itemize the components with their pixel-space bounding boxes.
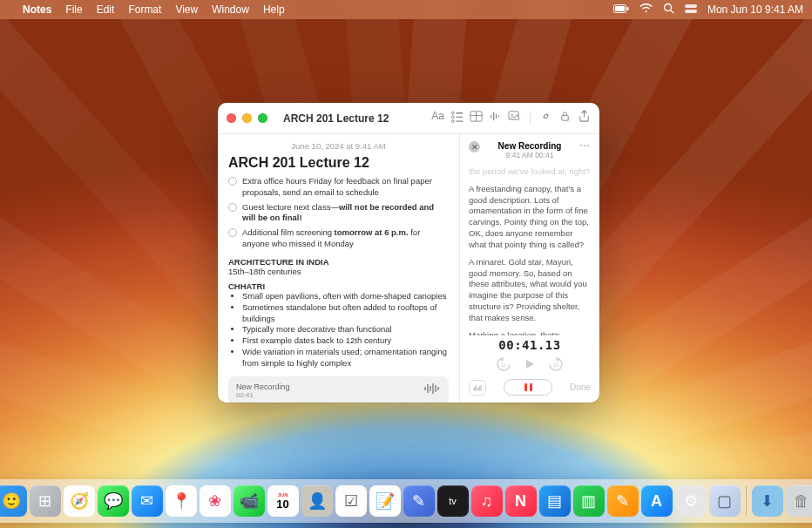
svg-point-9 <box>451 116 454 118</box>
pause-icon <box>524 383 532 391</box>
media-icon[interactable] <box>508 110 521 126</box>
control-center-icon[interactable] <box>685 3 697 16</box>
audio-icon[interactable] <box>489 110 502 126</box>
recording-attachment[interactable]: New Recording 00:41 <box>228 376 449 403</box>
menubar-app[interactable]: Notes <box>23 3 51 16</box>
dock-app-safari[interactable]: 🧭 <box>64 485 95 517</box>
window-close-button[interactable] <box>227 113 236 123</box>
done-button[interactable]: Done <box>570 382 591 392</box>
lock-icon[interactable] <box>558 110 572 126</box>
checkbox-icon[interactable] <box>228 203 237 212</box>
dock-trash[interactable]: 🗑 <box>786 485 813 517</box>
svg-rect-6 <box>685 10 697 13</box>
dock-app-notes[interactable]: 📝 <box>369 485 401 517</box>
section-heading: ARCHITECTURE IN INDIA <box>228 257 449 267</box>
svg-rect-1 <box>615 6 625 11</box>
menu-edit[interactable]: Edit <box>97 3 115 16</box>
svg-rect-22 <box>562 116 569 121</box>
dock-container: 🙂 ⊞ 🧭 💬 ✉︎ 📍 ❀ 📹 JUN10 👤 ☑︎ 📝 ✎ tv ♫ N ▤… <box>0 479 812 523</box>
transcript-paragraph: Marking a location, that's interesting. … <box>469 330 591 335</box>
toolbar: Aa <box>431 110 591 126</box>
transcript-paragraph: A minaret. Gold star, Mayuri, good memor… <box>469 257 591 324</box>
dock-app-numbers[interactable]: ▥ <box>573 485 605 517</box>
dock-app-news[interactable]: N <box>505 485 537 517</box>
table-icon[interactable] <box>470 110 483 126</box>
menubar-clock[interactable]: Mon Jun 10 9:41 AM <box>707 3 803 16</box>
traffic-lights <box>227 113 267 123</box>
format-icon[interactable]: Aa <box>431 110 444 126</box>
note-date: June 10, 2024 at 9:41 AM <box>228 141 449 151</box>
svg-line-4 <box>670 10 673 14</box>
dock-app-contacts[interactable]: 👤 <box>301 485 333 517</box>
more-icon[interactable]: ⋯ <box>579 141 591 150</box>
dock-app-freeform[interactable]: ✎ <box>403 485 435 517</box>
skip-forward-icon[interactable]: 15 <box>548 356 564 372</box>
play-icon[interactable] <box>524 358 536 370</box>
bullet-list: Small open pavilions, often with dome-sh… <box>228 291 449 369</box>
close-icon[interactable]: ✕ <box>469 141 480 152</box>
menu-view[interactable]: View <box>175 3 198 16</box>
transcript-body[interactable]: the period we've looked at, right? A fre… <box>469 166 591 335</box>
checklist-item[interactable]: Guest lecture next class—will not be rec… <box>228 202 449 225</box>
svg-rect-5 <box>685 4 697 8</box>
menu-format[interactable]: Format <box>128 3 161 16</box>
dock-app-appstore[interactable]: A <box>641 485 673 517</box>
dock-app-mail[interactable]: ✉︎ <box>132 485 163 517</box>
dock-app-photos[interactable]: ❀ <box>200 485 231 517</box>
spotlight-icon[interactable] <box>663 3 674 17</box>
recording-title: New Recording <box>236 382 290 391</box>
dock-app-facetime[interactable]: 📹 <box>233 485 265 517</box>
svg-text:15: 15 <box>501 362 506 368</box>
dock-separator <box>746 486 747 516</box>
svg-point-7 <box>451 112 454 114</box>
menubar: Notes File Edit Format View Window Help … <box>0 0 812 19</box>
dock-app-keynote[interactable]: ▤ <box>539 485 571 517</box>
dock-app-pages[interactable]: ✎ <box>607 485 639 517</box>
checkbox-icon[interactable] <box>228 177 237 186</box>
transcript-paragraph: A freestanding canopy, that's a good des… <box>469 184 591 251</box>
dock-app-maps[interactable]: 📍 <box>166 485 197 517</box>
list-item: First example dates back to 12th century <box>242 335 449 347</box>
list-item: Typically more decorative than functiona… <box>242 324 449 335</box>
sub-heading: CHHATRI <box>228 281 449 291</box>
dock-app-calendar[interactable]: JUN10 <box>267 485 299 517</box>
note-title: ARCH 201 Lecture 12 <box>228 155 449 171</box>
recording-header-subtitle: 9:41 AM 00:41 <box>489 151 571 159</box>
window-minimize-button[interactable] <box>242 113 252 123</box>
dock-app-settings[interactable]: ⚙︎ <box>675 485 707 517</box>
recording-timer: 00:41.13 <box>469 338 591 352</box>
menu-file[interactable]: File <box>65 3 82 16</box>
note-pane[interactable]: June 10, 2024 at 9:41 AM ARCH 201 Lectur… <box>218 134 460 403</box>
dock-app-reminders[interactable]: ☑︎ <box>335 485 367 517</box>
dock-app-finder[interactable]: 🙂 <box>0 485 27 517</box>
section-subheading: 15th–18th centuries <box>228 267 449 276</box>
link-icon[interactable] <box>539 110 552 126</box>
skip-back-icon[interactable]: 15 <box>496 356 511 372</box>
recording-duration: 00:41 <box>236 391 290 399</box>
share-icon[interactable] <box>578 110 591 126</box>
record-pause-button[interactable] <box>504 379 552 396</box>
checkbox-icon[interactable] <box>228 228 237 237</box>
menu-window[interactable]: Window <box>212 3 249 16</box>
recorder-pane: ✕ New Recording 9:41 AM 00:41 ⋯ the peri… <box>460 134 599 403</box>
checklist-item[interactable]: Extra office hours Friday for feedback o… <box>228 176 449 199</box>
window-zoom-button[interactable] <box>258 113 267 123</box>
battery-icon[interactable] <box>613 3 629 16</box>
dock-downloads[interactable]: ⬇︎ <box>752 485 783 517</box>
quote-icon[interactable] <box>469 380 486 396</box>
list-item: Small open pavilions, often with dome-sh… <box>242 291 449 302</box>
dock-app-mirroring[interactable]: ▢ <box>709 485 741 517</box>
dock: 🙂 ⊞ 🧭 💬 ✉︎ 📍 ❀ 📹 JUN10 👤 ☑︎ 📝 ✎ tv ♫ N ▤… <box>0 479 812 523</box>
playback-controls: 15 15 <box>469 356 591 372</box>
svg-point-21 <box>511 114 513 116</box>
wifi-icon[interactable] <box>639 3 653 16</box>
list-item: Wide variation in materials used; orname… <box>242 347 449 369</box>
dock-app-messages[interactable]: 💬 <box>98 485 129 517</box>
dock-app-tv[interactable]: tv <box>437 485 469 517</box>
titlebar[interactable]: ARCH 201 Lecture 12 Aa <box>218 103 599 134</box>
checklist-item[interactable]: Additional film screening tomorrow at 6 … <box>228 227 449 250</box>
dock-app-music[interactable]: ♫ <box>471 485 503 517</box>
checklist-icon[interactable] <box>450 110 464 126</box>
menu-help[interactable]: Help <box>263 3 285 16</box>
dock-app-launchpad[interactable]: ⊞ <box>30 485 61 517</box>
